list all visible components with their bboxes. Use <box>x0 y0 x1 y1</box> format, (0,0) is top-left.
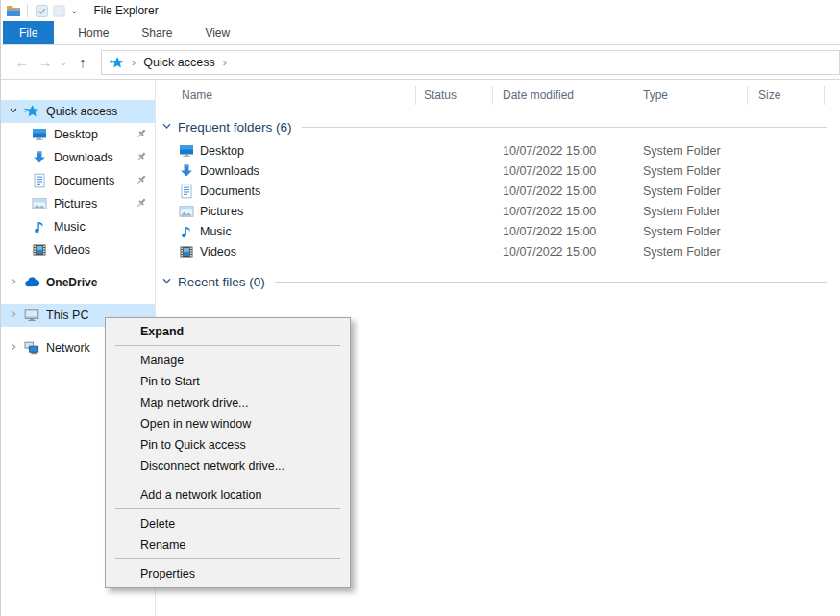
documents-icon <box>32 173 48 188</box>
sidebar-item-label: Music <box>54 220 86 234</box>
menu-item-pin-to-quick-access[interactable]: Pin to Quick access <box>106 434 350 456</box>
breadcrumb-location[interactable]: Quick access <box>143 56 214 69</box>
sidebar-item-label: Documents <box>54 174 114 187</box>
chevron-right-icon[interactable] <box>9 308 20 322</box>
chevron-down-icon[interactable] <box>9 105 20 118</box>
file-date-cell: 10/07/2022 15:00 <box>493 225 630 238</box>
address-bar[interactable]: › Quick access › <box>101 50 840 75</box>
sidebar-item-music[interactable]: Music <box>1 215 155 238</box>
menu-separator <box>115 508 340 509</box>
qat-customize-dropdown-icon[interactable]: ⌄ <box>67 6 81 15</box>
file-row-music[interactable]: Music 10/07/2022 15:00 System Folder <box>156 221 840 241</box>
menu-item-pin-to-start[interactable]: Pin to Start <box>106 371 350 392</box>
chevron-right-icon[interactable] <box>9 341 20 355</box>
file-name-cell: Downloads <box>156 163 416 179</box>
sidebar-item-documents[interactable]: Documents <box>1 169 155 192</box>
documents-icon <box>179 184 194 199</box>
tab-view[interactable]: View <box>188 21 246 44</box>
sidebar-spacer <box>1 294 155 304</box>
up-icon[interactable]: ↑ <box>70 54 95 70</box>
sidebar-item-downloads[interactable]: Downloads <box>1 146 155 169</box>
forward-icon[interactable]: → <box>34 54 57 70</box>
file-date-cell: 10/07/2022 15:00 <box>493 185 630 198</box>
menu-separator <box>115 480 340 480</box>
tab-home[interactable]: Home <box>62 21 125 44</box>
file-row-desktop[interactable]: Desktop 10/07/2022 15:00 System Folder <box>156 140 840 160</box>
file-date-cell: 10/07/2022 15:00 <box>493 164 630 178</box>
menu-separator <box>115 345 340 346</box>
sidebar-item-videos[interactable]: Videos <box>1 238 155 261</box>
file-name-cell: Documents <box>156 184 416 199</box>
column-header-date-modified[interactable]: Date modified <box>493 86 630 105</box>
pin-icon <box>136 128 147 139</box>
column-header-type[interactable]: Type <box>630 86 748 105</box>
tab-share[interactable]: Share <box>125 21 188 44</box>
menu-item-expand[interactable]: Expand <box>106 321 350 342</box>
column-header-name[interactable]: Name <box>156 86 416 105</box>
sidebar-item-onedrive[interactable]: OneDrive <box>1 271 155 294</box>
chevron-down-icon[interactable] <box>161 273 173 290</box>
sidebar-item-label: Network <box>46 341 90 355</box>
recent-locations-dropdown-icon[interactable]: ⌄ <box>57 58 70 67</box>
pin-icon <box>136 174 147 185</box>
file-type-cell: System Folder <box>630 245 748 259</box>
file-type-cell: System Folder <box>630 225 748 238</box>
pin-icon <box>136 151 147 162</box>
chevron-right-icon[interactable] <box>9 276 20 289</box>
file-row-videos[interactable]: Videos 10/07/2022 15:00 System Folder <box>156 241 840 261</box>
file-name-cell: Music <box>156 224 416 239</box>
file-type-cell: System Folder <box>630 185 748 198</box>
file-name: Documents <box>200 185 260 198</box>
menu-item-manage[interactable]: Manage <box>106 350 350 371</box>
sidebar-item-label: Videos <box>54 243 90 257</box>
sidebar-item-desktop[interactable]: Desktop <box>1 123 155 146</box>
group-header-recent-files[interactable]: Recent files (0) <box>161 272 840 291</box>
menu-item-add-network-location[interactable]: Add a network location <box>106 484 350 505</box>
menu-item-map-network-drive[interactable]: Map network drive... <box>106 392 350 413</box>
file-name: Music <box>200 225 232 238</box>
qat-new-folder-icon[interactable] <box>50 3 67 18</box>
breadcrumb-chevron-icon[interactable]: › <box>223 55 227 69</box>
column-header-size[interactable]: Size <box>748 86 825 105</box>
menu-item-delete[interactable]: Delete <box>106 513 350 534</box>
menu-item-open-in-new-window[interactable]: Open in new window <box>106 413 350 434</box>
column-headers: Name Status Date modified Type Size <box>156 80 840 111</box>
qat-properties-icon[interactable] <box>33 3 50 18</box>
column-header-status[interactable]: Status <box>416 86 493 105</box>
group-title: Recent files (0) <box>178 275 265 289</box>
file-row-pictures[interactable]: Pictures 10/07/2022 15:00 System Folder <box>156 201 840 221</box>
music-icon <box>179 224 194 239</box>
ribbon-tab-bar: File Home Share View <box>1 21 840 45</box>
menu-item-disconnect-network-drive[interactable]: Disconnect network drive... <box>106 456 350 477</box>
downloads-icon <box>32 150 48 165</box>
group-title: Frequent folders (6) <box>178 120 292 135</box>
file-name: Desktop <box>200 144 244 158</box>
videos-icon <box>32 242 48 258</box>
sidebar-item-quick-access[interactable]: Quick access <box>1 100 155 123</box>
network-icon <box>24 340 40 356</box>
onedrive-icon <box>24 275 40 290</box>
file-row-documents[interactable]: Documents 10/07/2022 15:00 System Folder <box>156 181 840 201</box>
tab-file[interactable]: File <box>3 21 54 44</box>
menu-item-rename[interactable]: Rename <box>106 534 350 555</box>
breadcrumb-chevron-icon[interactable]: › <box>132 55 136 69</box>
file-row-downloads[interactable]: Downloads 10/07/2022 15:00 System Folder <box>156 160 840 181</box>
file-date-cell: 10/07/2022 15:00 <box>493 205 630 218</box>
sidebar-item-pictures[interactable]: Pictures <box>1 192 155 215</box>
downloads-icon <box>179 163 194 179</box>
videos-icon <box>179 244 194 259</box>
file-name: Downloads <box>200 164 259 178</box>
file-explorer-window: ⌄ File Explorer File Home Share View ← →… <box>0 0 840 616</box>
group-header-frequent-folders[interactable]: Frequent folders (6) <box>161 117 840 136</box>
titlebar-divider <box>27 4 28 17</box>
menu-separator <box>115 558 340 559</box>
back-icon[interactable]: ← <box>11 54 34 70</box>
chevron-down-icon[interactable] <box>161 118 173 136</box>
quick-access-star-icon <box>24 104 40 119</box>
sidebar-item-label: OneDrive <box>46 276 97 289</box>
sidebar-item-label: Pictures <box>54 197 97 210</box>
sidebar-item-label: Quick access <box>46 105 117 118</box>
file-name-cell: Videos <box>156 244 416 259</box>
sidebar-item-label: This PC <box>46 308 88 322</box>
menu-item-properties[interactable]: Properties <box>106 563 350 584</box>
